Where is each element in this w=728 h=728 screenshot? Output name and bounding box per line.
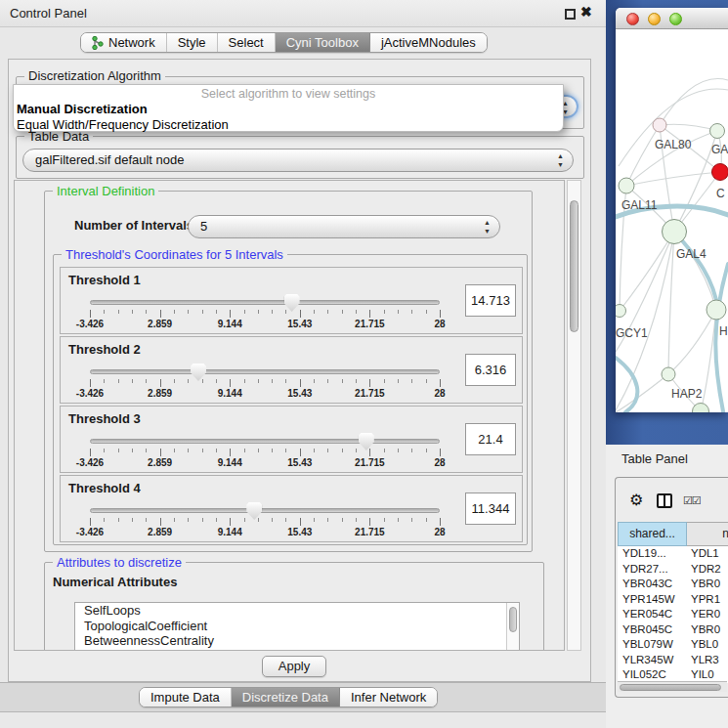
- table-cell[interactable]: YDR2: [687, 562, 728, 578]
- column-header-shared-name[interactable]: shared...: [618, 522, 687, 546]
- table-data-combobox[interactable]: galFiltered.sif default node ▲▼: [22, 149, 574, 172]
- slider-tick: [398, 518, 399, 522]
- network-node[interactable]: [653, 118, 666, 132]
- tab-cyni-toolbox[interactable]: Cyni Toolbox: [276, 33, 370, 52]
- slider-tick: [118, 310, 119, 314]
- slider-scale-label: -3.426: [76, 457, 104, 468]
- table-row[interactable]: YBL079WYBL0: [618, 637, 728, 653]
- tab-discretize-data[interactable]: Discretize Data: [232, 688, 340, 707]
- table-cell[interactable]: YLR3: [687, 653, 728, 668]
- network-node[interactable]: [707, 300, 726, 320]
- column-header-name[interactable]: n: [687, 522, 728, 546]
- attribute-item-selfloops[interactable]: SelfLoops: [75, 603, 519, 619]
- tab-network[interactable]: Network: [81, 33, 167, 52]
- table-row[interactable]: YBR043CYBR0: [618, 577, 728, 592]
- table-cell[interactable]: YPR1: [687, 592, 728, 608]
- close-window-icon[interactable]: [626, 13, 639, 25]
- settings-scrollbar-thumb[interactable]: [570, 200, 578, 332]
- threshold-2-slider-track[interactable]: [90, 369, 440, 374]
- tab-style[interactable]: Style: [167, 33, 218, 52]
- discretization-algorithm-group-title: Discretization Algorithm: [24, 68, 165, 83]
- network-graph[interactable]: GAL80GACGAL11GAL4HGCY1HAP2: [616, 29, 728, 412]
- close-panel-icon[interactable]: ✖: [580, 4, 592, 20]
- select-columns-icon[interactable]: ☑☑: [683, 494, 701, 507]
- table-cell[interactable]: YBL0: [687, 637, 728, 653]
- tab-infer-network[interactable]: Infer Network: [340, 688, 437, 707]
- network-node[interactable]: [663, 220, 687, 244]
- tab-impute-data[interactable]: Impute Data: [140, 688, 232, 707]
- zoom-window-icon[interactable]: [669, 13, 682, 25]
- threshold-4-slider-track[interactable]: [90, 508, 440, 513]
- slider-tick: [160, 310, 161, 318]
- slider-scale-label: 2.859: [148, 457, 172, 468]
- tab-jactivemnodules[interactable]: jActiveMNodules: [370, 33, 487, 52]
- minimize-window-icon[interactable]: [648, 13, 661, 25]
- network-node[interactable]: [662, 367, 675, 381]
- apply-button[interactable]: Apply: [262, 656, 326, 677]
- slider-tick: [160, 449, 161, 456]
- gear-icon[interactable]: ⚙: [629, 491, 643, 509]
- slider-tick: [314, 379, 315, 383]
- network-node[interactable]: [712, 164, 728, 181]
- columns-icon[interactable]: [657, 493, 672, 508]
- slider-tick: [411, 310, 412, 314]
- table-cell[interactable]: YBR0: [687, 577, 728, 592]
- attributes-scrollbar-thumb[interactable]: [509, 607, 517, 632]
- network-window-titlebar[interactable]: [616, 8, 728, 29]
- table-cell[interactable]: YBR043C: [618, 577, 687, 592]
- slider-tick: [356, 310, 357, 314]
- slider-tick: [342, 449, 343, 452]
- network-node[interactable]: [693, 404, 709, 413]
- slider-tick: [132, 310, 133, 314]
- settings-vertical-scrollbar[interactable]: [567, 180, 581, 651]
- threshold-3-slider-track[interactable]: [90, 439, 440, 444]
- number-of-intervals-combobox[interactable]: 5 ▲▼: [188, 215, 500, 238]
- table-row[interactable]: YBR045CYBR0: [618, 622, 728, 638]
- algorithm-option-equal-width[interactable]: Equal Width/Frequency Discretization: [17, 117, 229, 132]
- network-canvas[interactable]: GAL80GACGAL11GAL4HGCY1HAP2: [616, 29, 728, 412]
- network-node[interactable]: [616, 305, 626, 318]
- table-row[interactable]: YPR145WYPR1: [618, 592, 728, 608]
- slider-scale-labels: -3.4262.8599.14415.4321.71528: [90, 388, 440, 400]
- numerical-attributes-list: SelfLoops TopologicalCoefficient Between…: [74, 602, 520, 651]
- attributes-list-scrollbar[interactable]: [506, 603, 519, 651]
- slider-tick: [272, 449, 273, 452]
- threshold-2-label: Threshold 2: [68, 342, 141, 357]
- slider-tick: [132, 449, 133, 452]
- table-cell[interactable]: YPR145W: [618, 592, 687, 608]
- algorithm-option-manual[interactable]: Manual Discretization: [17, 102, 148, 116]
- table-cell[interactable]: YDL19...: [618, 546, 687, 562]
- table-row[interactable]: YDL19...YDL1: [618, 546, 728, 562]
- table-horizontal-scrollbar[interactable]: [618, 681, 727, 692]
- network-node[interactable]: [710, 124, 725, 139]
- tab-select[interactable]: Select: [218, 33, 276, 52]
- table-row[interactable]: YDR27...YDR2: [618, 562, 728, 578]
- table-cell[interactable]: YER054C: [618, 607, 687, 622]
- slider-tick: [146, 518, 147, 522]
- table-scrollbar-thumb[interactable]: [620, 684, 721, 691]
- table-row[interactable]: YER054CYER0: [618, 607, 728, 622]
- threshold-2-value-field[interactable]: 6.316: [465, 354, 516, 386]
- table-cell[interactable]: YBL079W: [618, 637, 687, 653]
- network-node[interactable]: [619, 178, 634, 193]
- slider-scale-label: 15.43: [287, 457, 312, 468]
- table-cell[interactable]: YDL1: [687, 546, 728, 562]
- slider-tick: [216, 449, 217, 452]
- attribute-item-betweennesscentrality[interactable]: BetweennessCentrality: [75, 633, 519, 649]
- attribute-item-topologicalcoefficient[interactable]: TopologicalCoefficient: [75, 619, 519, 634]
- slider-tick: [244, 379, 245, 383]
- table-cell[interactable]: YER0: [687, 607, 728, 622]
- threshold-4-value-field[interactable]: 11.344: [465, 492, 516, 525]
- slider-tick: [314, 518, 315, 522]
- threshold-1-slider-track[interactable]: [90, 300, 440, 305]
- float-panel-icon[interactable]: [565, 9, 576, 20]
- slider-tick-marks: [90, 379, 440, 388]
- table-cell[interactable]: YLR345W: [618, 653, 687, 668]
- threshold-1-value-field[interactable]: 14.713: [465, 284, 516, 317]
- table-cell[interactable]: YBR045C: [618, 622, 687, 638]
- table-cell[interactable]: YBR0: [687, 622, 728, 638]
- table-row[interactable]: YLR345WYLR3: [618, 653, 728, 668]
- threshold-3-value-field[interactable]: 21.4: [465, 423, 516, 455]
- table-cell[interactable]: YDR27...: [618, 562, 687, 578]
- control-panel-titlebar: Control Panel ✖: [0, 0, 606, 27]
